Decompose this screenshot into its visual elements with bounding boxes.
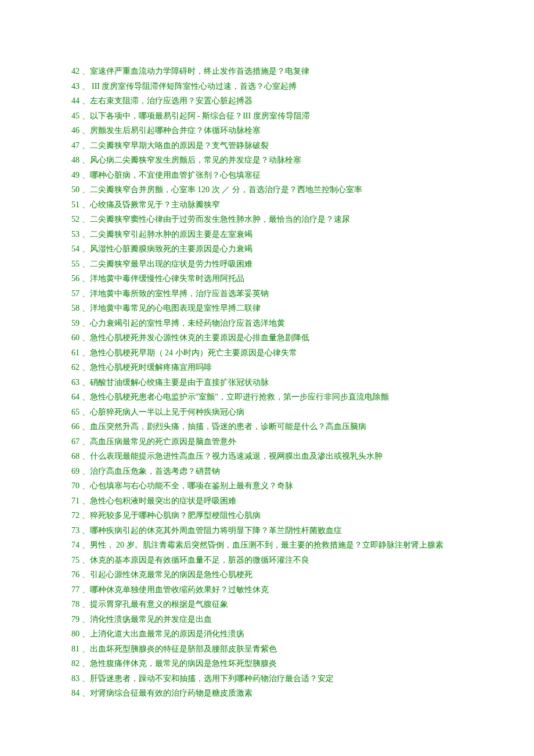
question-item: 65 、心脏猝死病人一半以上见于何种疾病冠心病 <box>71 405 470 420</box>
question-item: 55 、二尖瓣狭窄最早出现的症状是劳力性呼吸困难 <box>71 257 470 272</box>
question-item: 57 、洋地黄中毒所致的室性早搏，治疗应首选苯妥英钠 <box>71 286 470 301</box>
question-item: 74 、男性， 20 岁。肌注青霉素后突然昏倒，血压测不到，最主要的抢救措施是？… <box>71 538 470 553</box>
question-item: 71 、急性心包积液时最突出的症状是呼吸困难 <box>71 494 470 509</box>
question-item: 56 、洋地黄中毒伴缓慢性心律失常时选用阿托品 <box>71 271 470 286</box>
question-item: 44 、左右束支阻滞，治疗应选用？安置心脏起搏器 <box>71 93 470 109</box>
question-item: 52 、二尖瓣狭窄窦性心律由于过劳而发生急性肺水肿，最恰当的治疗是？速尿 <box>71 212 470 227</box>
question-item: 70 、心包填塞与右心功能不全，哪项在鉴别上最有意义？奇脉 <box>71 478 470 494</box>
question-item: 84 、对肾病综合征最有效的治疗药物是糖皮质激素 <box>71 686 470 701</box>
question-item: 48 、风心病二尖瓣狭窄发生房颤后，常见的并发症是？动脉栓塞 <box>71 153 470 168</box>
question-item: 72 、猝死较多见于哪种心肌病？肥厚型梗阻性心肌病 <box>71 508 470 523</box>
question-item: 82 、急性腹痛伴休克，最常见的病因是急性坏死型胰腺炎 <box>71 656 470 671</box>
question-item: 66 、血压突然升高，剧烈头痛，抽搐，昏迷的患者，诊断可能是什么？高血压脑病 <box>71 419 470 434</box>
question-item: 62 、急性心肌梗死时缓解疼痛宜用吗啡 <box>71 360 470 375</box>
question-item: 49 、哪种心脏病，不宜使用血管扩张剂？心包填塞征 <box>71 168 470 183</box>
question-item: 69 、治疗高血压危象，首选考虑？硝普钠 <box>71 464 470 479</box>
question-item: 68 、什么表现最能提示急进性高血压？视力迅速减退，视网膜出血及渗出或视乳头水肿 <box>71 449 470 464</box>
question-item: 61 、急性心肌梗死早期（ 24 小时内）死亡主要原因是心律失常 <box>71 345 470 361</box>
question-item: 53 、二尖瓣狭窄引起肺水肿的原因主要是左室衰竭 <box>71 227 470 242</box>
question-item: 59 、心力衰竭引起的室性早搏，未经药物治疗应首选洋地黄 <box>71 316 470 331</box>
question-item: 64 、急性心肌梗死患者心电监护示"室颤"，立即进行抢救，第一步应行非同步直流电… <box>71 390 470 405</box>
question-item: 63 、硝酸甘油缓解心绞痛主要是由于直接扩张冠状动脉 <box>71 375 470 390</box>
question-item: 67 、高血压病最常见的死亡原因是脑血管意外 <box>71 434 470 449</box>
question-item: 43 、 III 度房室传导阻滞伴短阵室性心动过速，首选？心室起搏 <box>71 79 470 94</box>
question-item: 79 、消化性溃疡最常见的并发症是出血 <box>71 612 470 627</box>
question-item: 51 、心绞痛及昏厥常见于？主动脉瓣狭窄 <box>71 197 470 213</box>
question-item: 47 、二尖瓣狭窄早期大咯血的原因是？支气管静脉破裂 <box>71 138 470 153</box>
question-item: 75 、休克的基本原因是有效循环血量不足，脏器的微循环灌注不良 <box>71 553 470 568</box>
question-item: 50 、二尖瓣狭窄合并房颤，心室率 120 次 ／ 分，首选治疗是？西地兰控制心… <box>71 182 470 197</box>
question-item: 80 、上消化道大出血最常见的原因是消化性溃疡 <box>71 627 470 642</box>
question-item: 76 、引起心源性休克最常见的病因是急性心肌梗死 <box>71 567 470 582</box>
question-item: 45 、以下各项中，哪项最易引起阿 - 斯综合征？III 度房室传导阻滞 <box>71 109 470 124</box>
question-item: 81 、出血坏死型胰腺炎的特征是脐部及腰部皮肤呈青紫色 <box>71 642 470 657</box>
question-item: 83 、肝昏迷患者，躁动不安和抽搐，选用下列哪种药物治疗最合适？安定 <box>71 671 470 686</box>
question-list: 42 、室速伴严重血流动力学障碍时，终止发作首选措施是？电复律43 、 III … <box>71 64 470 701</box>
question-item: 78 、提示胃穿孔最有意义的根据是气腹征象 <box>71 597 470 612</box>
question-item: 46 、房颤发生后易引起哪种合并症？体循环动脉栓塞 <box>71 123 470 138</box>
question-item: 77 、哪种休克单独使用血管收缩药效果好？过敏性休克 <box>71 582 470 597</box>
question-item: 60 、急性心肌梗死并发心源性休克的主要原因是心排血量急剧降低 <box>71 330 470 345</box>
question-item: 73 、哪种疾病引起的休克其外周血管阻力将明显下降？革兰阴性杆菌败血症 <box>71 523 470 538</box>
question-item: 58 、洋地黄中毒常见的心电图表现是室性早搏二联律 <box>71 301 470 316</box>
question-item: 42 、室速伴严重血流动力学障碍时，终止发作首选措施是？电复律 <box>71 64 470 79</box>
question-item: 54 、风湿性心脏瓣膜病致死的主要原因是心力衰竭 <box>71 242 470 257</box>
